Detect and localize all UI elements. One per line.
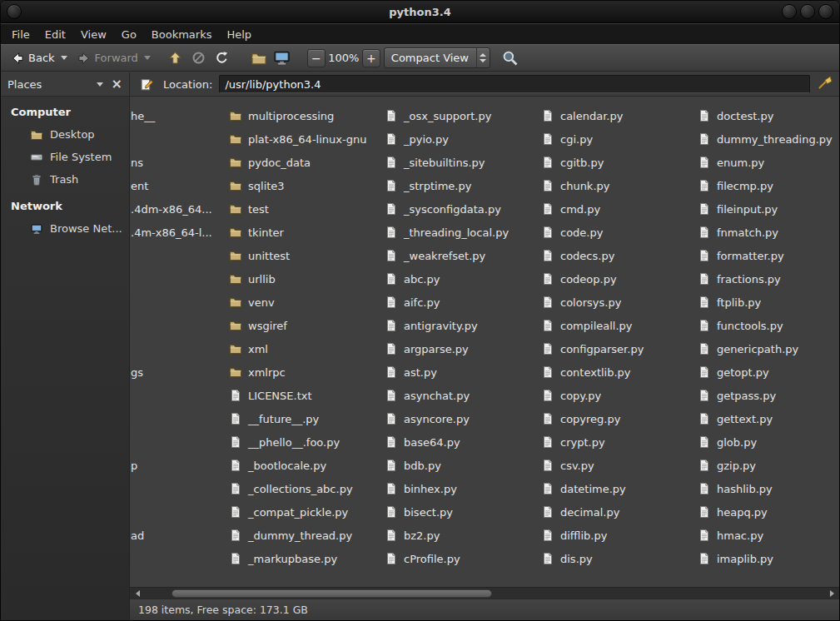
file-item[interactable]: filecmp.py	[694, 174, 839, 197]
folder-item[interactable]: xmlrpc	[226, 360, 380, 384]
file-item[interactable]: colorsys.py	[538, 291, 693, 314]
file-item[interactable]: codeop.py	[538, 267, 693, 291]
search-button[interactable]	[499, 47, 522, 69]
menu-view[interactable]: View	[73, 26, 114, 43]
sidebar-item-trash[interactable]: Trash	[1, 168, 129, 191]
close-button[interactable]	[818, 4, 833, 19]
file-item[interactable]: cmd.py	[538, 197, 693, 221]
open-terminal-button[interactable]	[271, 47, 294, 69]
menu-edit[interactable]: Edit	[37, 26, 73, 43]
file-item[interactable]: abc.py	[381, 267, 536, 291]
up-button[interactable]	[164, 47, 187, 69]
file-item[interactable]: dummy_threading.py	[694, 127, 839, 151]
file-item[interactable]: codecs.py	[538, 244, 693, 267]
file-item[interactable]: glob.py	[694, 430, 839, 454]
file-item[interactable]: copy.py	[538, 384, 693, 407]
folder-item[interactable]: test	[226, 197, 380, 221]
file-item[interactable]: cgi.py	[538, 127, 693, 151]
file-item[interactable]: asyncore.py	[381, 407, 536, 430]
file-item[interactable]: _weakrefset.py	[381, 244, 536, 267]
side-pane-selector[interactable]: Places ×	[1, 72, 130, 96]
file-item[interactable]: _sysconfigdata.py	[381, 197, 536, 221]
folder-item[interactable]: plat-x86_64-linux-gnu	[226, 127, 380, 151]
clean-broom-icon[interactable]	[817, 75, 833, 94]
file-item[interactable]: _bootlocale.py	[226, 454, 380, 477]
menu-go[interactable]: Go	[114, 26, 144, 43]
scrollbar-thumb[interactable]	[171, 589, 492, 598]
file-item[interactable]: gzip.py	[694, 454, 839, 477]
scroll-right-button[interactable]	[826, 589, 838, 599]
file-item[interactable]: decimal.py	[538, 500, 693, 524]
file-item[interactable]: base64.py	[381, 430, 536, 454]
sidebar-item-desktop[interactable]: Desktop	[1, 123, 129, 146]
file-item[interactable]: datetime.py	[538, 477, 693, 500]
chevron-down-icon[interactable]	[144, 56, 151, 60]
close-side-pane-icon[interactable]: ×	[112, 77, 122, 91]
truncated-item[interactable]: ad	[130, 524, 224, 547]
file-item[interactable]: bdb.py	[381, 454, 536, 477]
menu-help[interactable]: Help	[219, 26, 259, 43]
file-item[interactable]: getopt.py	[694, 360, 839, 384]
folder-item[interactable]: tkinter	[226, 221, 380, 244]
file-item[interactable]: csv.py	[538, 454, 693, 477]
file-item[interactable]: _sitebuiltins.py	[381, 151, 536, 174]
file-item[interactable]: calendar.py	[538, 104, 693, 127]
location-input[interactable]	[219, 75, 810, 93]
truncated-item[interactable]: he__	[130, 104, 224, 127]
file-item[interactable]: genericpath.py	[694, 337, 839, 360]
file-item[interactable]: difflib.py	[538, 524, 693, 547]
chevron-down-icon[interactable]	[61, 56, 67, 60]
file-item[interactable]: doctest.py	[694, 104, 839, 127]
minimize-button[interactable]	[782, 4, 797, 19]
folder-item[interactable]: sqlite3	[226, 174, 380, 197]
file-item[interactable]: gettext.py	[694, 407, 839, 430]
file-item[interactable]: _strptime.py	[381, 174, 536, 197]
menu-bookmarks[interactable]: Bookmarks	[144, 26, 220, 43]
file-item[interactable]: fileinput.py	[694, 197, 839, 221]
file-item[interactable]: ftplib.py	[694, 291, 839, 314]
folder-item[interactable]: wsgiref	[226, 314, 380, 337]
folder-item[interactable]: pydoc_data	[226, 151, 380, 174]
stop-button[interactable]	[187, 47, 211, 69]
horizontal-scrollbar[interactable]	[130, 587, 839, 599]
file-item[interactable]: asynchat.py	[381, 384, 536, 407]
file-item[interactable]: __phello__.foo.py	[226, 430, 380, 454]
truncated-item[interactable]: .4dm-x86_64...	[130, 197, 224, 221]
file-item[interactable]: contextlib.py	[538, 360, 693, 384]
truncated-item[interactable]: .4m-x86_64-l...	[130, 221, 224, 244]
file-item[interactable]: configparser.py	[538, 337, 693, 360]
file-item[interactable]: antigravity.py	[381, 314, 536, 337]
file-item[interactable]: cgitb.py	[538, 151, 693, 174]
file-item[interactable]: imaplib.py	[694, 547, 839, 570]
file-item[interactable]: hmac.py	[694, 524, 839, 547]
chevron-down-icon[interactable]	[97, 82, 103, 87]
file-item[interactable]: fnmatch.py	[694, 221, 839, 244]
sidebar-item-file-system[interactable]: File System	[1, 146, 129, 168]
file-item[interactable]: _dummy_thread.py	[226, 524, 380, 547]
zoom-out-button[interactable]: −	[307, 49, 326, 67]
maximize-button[interactable]	[800, 4, 815, 19]
folder-item[interactable]: venv	[226, 291, 380, 314]
file-item[interactable]: bz2.py	[381, 524, 536, 547]
file-item[interactable]: code.py	[538, 221, 693, 244]
zoom-in-button[interactable]: +	[362, 49, 380, 67]
file-item[interactable]: crypt.py	[538, 430, 693, 454]
file-item[interactable]: bisect.py	[381, 500, 536, 524]
file-item[interactable]: aifc.py	[381, 291, 536, 314]
file-item[interactable]: cProfile.py	[381, 547, 536, 570]
truncated-item[interactable]: ent	[130, 174, 224, 197]
refresh-button[interactable]	[211, 47, 234, 69]
file-item[interactable]: compileall.py	[538, 314, 693, 337]
file-item[interactable]: functools.py	[694, 314, 839, 337]
file-item[interactable]: __future__.py	[226, 407, 380, 430]
file-item[interactable]: _pyio.py	[381, 127, 536, 151]
file-item[interactable]: hashlib.py	[694, 477, 839, 500]
file-item[interactable]: enum.py	[694, 151, 839, 174]
forward-button[interactable]: Forward	[72, 47, 156, 69]
file-item[interactable]: dis.py	[538, 547, 693, 570]
new-folder-button[interactable]	[247, 47, 271, 69]
truncated-item[interactable]: ns	[130, 151, 224, 174]
file-item[interactable]: _threading_local.py	[381, 221, 536, 244]
edit-location-button[interactable]	[137, 74, 157, 94]
truncated-item[interactable]: gs	[130, 360, 224, 384]
